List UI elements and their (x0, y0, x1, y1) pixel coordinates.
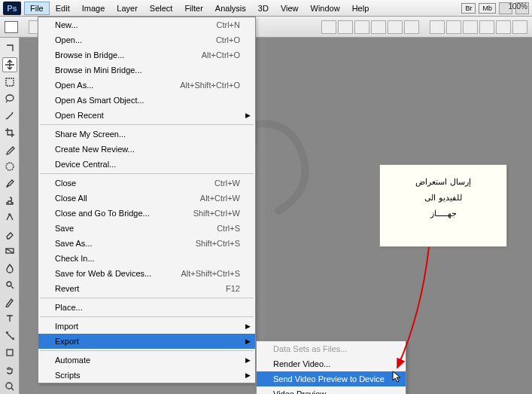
menu-separator (40, 124, 254, 125)
tool-move[interactable] (2, 57, 17, 72)
note-line: إرسال استعراض (386, 174, 500, 190)
svg-rect-4 (7, 350, 13, 356)
menuitem-open-as[interactable]: Open As...Alt+Shift+Ctrl+O (38, 78, 255, 93)
menu-view[interactable]: View (275, 2, 305, 15)
menuitem-check-in: Check In... (38, 251, 255, 266)
menuitem-automate[interactable]: Automate▶ (38, 353, 255, 368)
note-line: جهـــــاز (386, 206, 500, 221)
svg-rect-0 (6, 78, 14, 86)
menuitem-import[interactable]: Import▶ (38, 319, 255, 334)
menuitem-device-central[interactable]: Device Central... (38, 157, 255, 172)
tool-preset-icon[interactable] (5, 21, 18, 33)
menu-edit[interactable]: Edit (50, 2, 76, 15)
zoom-label: 100% (508, 2, 527, 11)
tool-gradient[interactable] (2, 244, 17, 258)
submenuitem-render-video[interactable]: Render Video... (257, 356, 406, 371)
tool-marquee[interactable] (2, 75, 17, 89)
submenu-arrow-icon: ▶ (245, 371, 251, 379)
tool-rect[interactable] (2, 346, 17, 360)
submenu-arrow-icon: ▶ (245, 322, 251, 330)
cursor-icon (391, 370, 405, 383)
distribute-group (430, 20, 527, 34)
align-btn[interactable] (371, 20, 386, 34)
menuitem-new[interactable]: New...Ctrl+N (38, 17, 255, 32)
menuitem-close-and-go-to-bridge[interactable]: Close and Go To Bridge...Shift+Ctrl+W (38, 206, 255, 221)
submenuitem-send-video-preview-to-device[interactable]: Send Video Preview to Device (257, 371, 406, 386)
align-btn[interactable] (338, 20, 353, 34)
align-btn[interactable] (404, 20, 419, 34)
menuitem-browse-in-mini-bridge[interactable]: Browse in Mini Bridge... (38, 63, 255, 78)
menuitem-save-as[interactable]: Save As...Shift+Ctrl+S (38, 236, 255, 251)
tool-heal[interactable] (2, 159, 17, 173)
app-logo: Ps (3, 2, 21, 15)
dist-btn[interactable] (496, 20, 511, 34)
menuitem-revert: RevertF12 (38, 281, 255, 296)
annotation-note: إرسال استعراض للفيديو الى جهـــــاز (379, 164, 507, 247)
menuitem-place[interactable]: Place... (38, 300, 255, 315)
submenuitem-data-sets-as-files: Data Sets as Files... (257, 341, 406, 356)
menu-separator (40, 350, 254, 351)
menuitem-open[interactable]: Open...Ctrl+O (38, 32, 255, 47)
submenu-arrow-icon: ▶ (245, 337, 251, 345)
tool-brush[interactable] (2, 176, 17, 191)
menuitem-export[interactable]: Export▶ (38, 334, 255, 349)
window-controls: Br Mb 100% (461, 2, 529, 14)
menuitem-close-all[interactable]: Close AllAlt+Ctrl+W (38, 191, 255, 206)
menuitem-create-new-review[interactable]: Create New Review... (38, 142, 255, 157)
menuitem-share-my-screen[interactable]: Share My Screen... (38, 127, 255, 142)
export-submenu: Data Sets as Files...Render Video...Send… (256, 341, 406, 394)
tool-lasso[interactable] (2, 91, 17, 105)
tool-stamp[interactable] (2, 193, 17, 207)
file-menu-dropdown: New...Ctrl+NOpen...Ctrl+OBrowse in Bridg… (38, 17, 256, 383)
menu-help[interactable]: Help (346, 2, 375, 15)
menu-3d[interactable]: 3D (252, 2, 275, 15)
align-btn[interactable] (388, 20, 403, 34)
tool-blur[interactable] (2, 261, 17, 275)
minibridge-badge[interactable]: Mb (479, 3, 496, 14)
menu-analysis[interactable]: Analysis (209, 2, 252, 15)
menuitem-save-for-web-devices[interactable]: Save for Web & Devices...Alt+Shift+Ctrl+… (38, 266, 255, 281)
submenu-arrow-icon: ▶ (245, 111, 251, 119)
tool-type[interactable] (2, 312, 17, 326)
menu-separator (40, 316, 254, 317)
menu-window[interactable]: Window (305, 2, 346, 15)
tool-eyedrop[interactable] (2, 142, 17, 157)
tool-eraser[interactable] (2, 227, 17, 241)
tool-hand[interactable] (2, 362, 17, 377)
tool-path[interactable] (2, 328, 17, 343)
submenu-arrow-icon: ▶ (245, 356, 251, 364)
tool-wand[interactable] (2, 108, 17, 123)
menuitem-open-as-smart-object[interactable]: Open As Smart Object... (38, 93, 255, 108)
note-line: للفيديو الى (386, 190, 500, 206)
menu-file[interactable]: File (24, 2, 50, 15)
align-btn[interactable] (354, 20, 369, 34)
menu-filter[interactable]: Filter (178, 2, 208, 15)
menuitem-close[interactable]: CloseCtrl+W (38, 176, 255, 191)
menuitem-scripts[interactable]: Scripts▶ (38, 368, 255, 383)
svg-point-5 (6, 383, 12, 389)
menu-select[interactable]: Select (144, 2, 179, 15)
menu-separator (40, 298, 254, 298)
tool-dodge[interactable] (2, 278, 17, 292)
menuitem-open-recent[interactable]: Open Recent▶ (38, 108, 255, 123)
tool-crop[interactable] (2, 125, 17, 139)
dist-btn[interactable] (446, 20, 461, 34)
tool-grab[interactable] (2, 41, 17, 55)
menuitem-save[interactable]: SaveCtrl+S (38, 221, 255, 236)
tool-pen[interactable] (2, 295, 17, 309)
dist-btn[interactable] (479, 20, 494, 34)
svg-point-3 (7, 282, 11, 286)
dist-btn[interactable] (512, 20, 527, 34)
tool-history[interactable] (2, 210, 17, 224)
svg-point-1 (6, 163, 14, 170)
bridge-badge[interactable]: Br (461, 3, 476, 14)
menu-layer[interactable]: Layer (111, 2, 144, 15)
menuitem-browse-in-bridge[interactable]: Browse in Bridge...Alt+Ctrl+O (38, 47, 255, 63)
align-btn[interactable] (321, 20, 336, 34)
tool-zoom[interactable] (2, 379, 17, 393)
submenuitem-video-preview[interactable]: Video Preview... (257, 386, 406, 394)
dist-btn[interactable] (463, 20, 478, 34)
menu-image[interactable]: Image (76, 2, 111, 15)
align-group (321, 20, 419, 34)
dist-btn[interactable] (430, 20, 445, 34)
